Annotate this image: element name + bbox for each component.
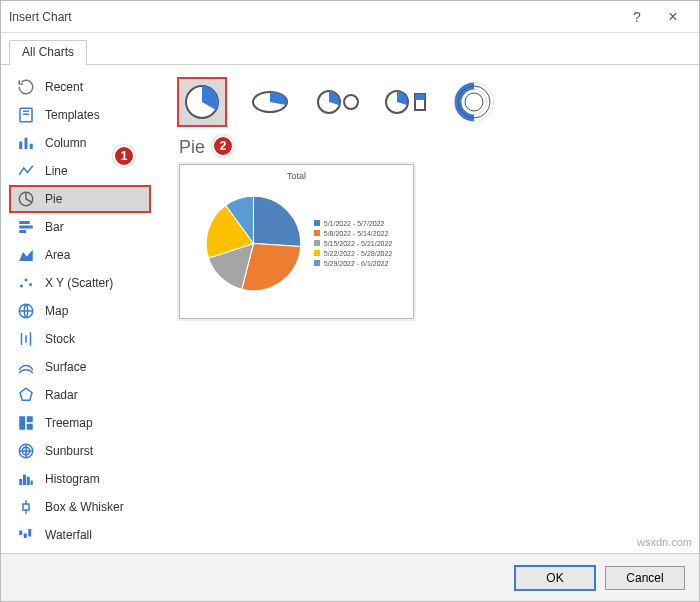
preview-title: Total [186,171,407,181]
sidebar-item-label: Stock [45,332,75,346]
pie-chart-icon [201,191,306,296]
help-button[interactable]: ? [619,9,655,25]
sidebar-item-bar[interactable]: Bar [9,213,151,241]
sidebar-item-label: Recent [45,80,83,94]
sidebar-item-radar[interactable]: Radar [9,381,151,409]
preview-body: 5/1/2022 - 5/7/20225/8/2022 - 5/14/20225… [186,183,407,303]
templates-icon [17,106,35,124]
tabstrip: All Charts [1,33,699,65]
sidebar-item-templates[interactable]: Templates [9,101,151,129]
legend-item: 5/29/2022 - 6/1/2022 [314,260,393,267]
svg-point-49 [458,86,490,118]
svg-rect-34 [28,529,31,537]
svg-point-43 [344,95,358,109]
chart-category-sidebar: Recent Templates Column Line Pie Bar [1,65,159,553]
sidebar-item-label: Line [45,164,68,178]
ok-button[interactable]: OK [515,566,595,590]
sidebar-item-recent[interactable]: Recent [9,73,151,101]
radar-icon [17,386,35,404]
waterfall-icon [17,526,35,544]
sunburst-icon [17,442,35,460]
sidebar-item-stock[interactable]: Stock [9,325,151,353]
subtype-pie[interactable] [177,77,227,127]
tab-all-charts[interactable]: All Charts [9,40,87,65]
legend-swatch [314,260,320,266]
svg-rect-8 [19,226,33,229]
svg-rect-29 [23,504,29,510]
close-button[interactable]: × [655,8,691,26]
svg-point-11 [25,279,28,282]
svg-rect-26 [23,475,26,486]
subtype-3d-pie[interactable] [245,77,295,127]
chart-subtype-row [171,77,685,127]
sidebar-item-label: Column [45,136,86,150]
sidebar-item-label: Bar [45,220,64,234]
sidebar-item-label: Histogram [45,472,100,486]
sidebar-item-label: Waterfall [45,528,92,542]
sidebar-item-surface[interactable]: Surface [9,353,151,381]
chart-preview[interactable]: Total 5/1/2022 - 5/7/20225/8/2022 - 5/14… [179,164,414,319]
subtype-bar-of-pie[interactable] [381,77,431,127]
svg-rect-7 [19,221,30,224]
sidebar-item-scatter[interactable]: X Y (Scatter) [9,269,151,297]
svg-rect-28 [31,481,33,486]
sidebar-item-treemap[interactable]: Treemap [9,409,151,437]
svg-rect-32 [19,531,22,536]
legend-label: 5/8/2022 - 5/14/2022 [324,230,389,237]
map-icon [17,302,35,320]
sidebar-item-label: Area [45,248,70,262]
svg-rect-3 [19,142,22,150]
svg-point-10 [20,285,23,288]
chart-type-name: Pie [179,137,685,158]
area-icon [17,246,35,264]
sidebar-item-area[interactable]: Area [9,241,151,269]
surface-icon [17,358,35,376]
annotation-marker-1: 1 [113,145,135,167]
watermark: wsxdn.com [637,536,692,548]
svg-rect-4 [25,138,28,149]
titlebar: Insert Chart ? × [1,1,699,33]
legend-label: 5/1/2022 - 5/7/2022 [324,220,385,227]
legend-label: 5/15/2022 - 5/21/2022 [324,240,393,247]
sidebar-item-sunburst[interactable]: Sunburst [9,437,151,465]
sidebar-item-label: X Y (Scatter) [45,276,113,290]
sidebar-item-waterfall[interactable]: Waterfall [9,521,151,549]
legend-item: 5/8/2022 - 5/14/2022 [314,230,393,237]
sidebar-item-label: Templates [45,108,100,122]
svg-rect-19 [27,416,33,422]
svg-rect-20 [27,424,33,430]
sidebar-item-label: Surface [45,360,86,374]
legend-swatch [314,250,320,256]
bar-icon [17,218,35,236]
svg-rect-46 [415,94,425,100]
subtype-doughnut[interactable] [449,77,499,127]
annotation-marker-2: 2 [212,135,234,157]
subtype-pie-of-pie[interactable] [313,77,363,127]
pie-icon [17,190,35,208]
sidebar-item-histogram[interactable]: Histogram [9,465,151,493]
legend-label: 5/22/2022 - 5/28/2022 [324,250,393,257]
treemap-icon [17,414,35,432]
sidebar-item-label: Sunburst [45,444,93,458]
recent-icon [17,78,35,96]
main-panel: Pie Total 5/1/2022 - 5/7/20225/8/2022 - … [159,65,699,553]
cancel-button[interactable]: Cancel [605,566,685,590]
svg-rect-33 [24,534,27,539]
svg-rect-27 [27,477,30,485]
line-icon [17,162,35,180]
box-whisker-icon [17,498,35,516]
legend-swatch [314,240,320,246]
dialog-body: Recent Templates Column Line Pie Bar [1,65,699,553]
sidebar-item-box-whisker[interactable]: Box & Whisker [9,493,151,521]
sidebar-item-pie[interactable]: Pie [9,185,151,213]
legend-label: 5/29/2022 - 6/1/2022 [324,260,389,267]
sidebar-item-map[interactable]: Map [9,297,151,325]
legend-item: 5/1/2022 - 5/7/2022 [314,220,393,227]
sidebar-item-label: Map [45,304,68,318]
insert-chart-dialog: Insert Chart ? × All Charts Recent Templ… [0,0,700,602]
sidebar-item-label: Treemap [45,416,93,430]
legend-swatch [314,230,320,236]
sidebar-item-label: Radar [45,388,78,402]
scatter-icon [17,274,35,292]
svg-rect-25 [19,479,22,485]
